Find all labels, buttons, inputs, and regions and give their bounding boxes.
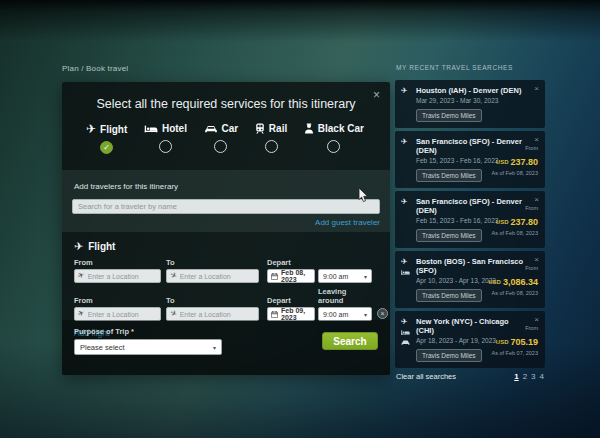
check-icon: ✓ [103, 143, 110, 152]
chauffeur-icon [304, 123, 314, 134]
recent-search-card[interactable]: ✈ × New York (NYC) - Chicago (CHI) Apr 1… [395, 311, 545, 368]
purpose-of-trip-select[interactable]: Please select ▾ [74, 339, 222, 355]
to-field-1[interactable]: ✈ [166, 269, 259, 283]
as-of-date: As of Feb 08, 2023 [488, 290, 538, 296]
search-dates: Mar 29, 2023 - Mar 30, 2023 [416, 97, 538, 104]
bed-icon [401, 269, 410, 276]
remove-search-icon[interactable]: × [533, 195, 540, 205]
landing-icon: ✈ [169, 271, 179, 281]
service-hotel-label: Hotel [162, 123, 187, 134]
service-flight-radio[interactable]: ✓ [100, 141, 113, 154]
price-block: From USD237.80 As of Feb 08, 2023 [492, 145, 538, 176]
currency: USD [496, 219, 509, 225]
currency: USD [496, 339, 509, 345]
to-field-2[interactable]: ✈ [166, 307, 259, 321]
loyalty-badge: Travis Demo Miles [416, 289, 482, 302]
service-flight-label: Flight [100, 124, 127, 135]
calendar-icon [271, 311, 278, 318]
chevron-down-icon: ▾ [364, 273, 367, 280]
landing-icon: ✈ [169, 309, 179, 319]
remove-search-icon[interactable]: × [533, 84, 540, 94]
service-hotel-radio[interactable] [159, 140, 172, 153]
purpose-band: Purpose of Trip * Please select ▾ Search [62, 320, 390, 375]
plane-icon: ✈ [86, 123, 96, 135]
page-4[interactable]: 4 [540, 372, 544, 381]
page-3[interactable]: 3 [531, 372, 535, 381]
breadcrumb: Plan / Book travel [62, 64, 128, 73]
service-black-car[interactable]: Black Car [304, 123, 364, 154]
service-rail[interactable]: Rail [255, 123, 287, 154]
service-rail-radio[interactable] [265, 140, 278, 153]
traveler-search-input[interactable] [72, 199, 380, 214]
remove-search-icon[interactable]: × [533, 255, 540, 265]
currency: USD [496, 159, 509, 165]
currency: USD [488, 279, 501, 285]
page-2[interactable]: 2 [523, 372, 527, 381]
flight-leg-1: ✈ ✈ Feb 08, 2023 9:00 am ▾ [62, 269, 390, 283]
depart-time-1-value: 9:00 am [323, 273, 348, 280]
price-amount: 237.80 [510, 217, 538, 227]
to-input-1[interactable] [180, 273, 255, 280]
to-label: To [166, 296, 259, 305]
depart-date-1-value: Feb 08, 2023 [281, 269, 311, 283]
price-block: From USD237.80 As of Feb 08, 2023 [492, 205, 538, 236]
service-hotel[interactable]: Hotel [144, 123, 187, 154]
service-flight[interactable]: ✈ Flight ✓ [86, 123, 127, 154]
service-black-car-label: Black Car [318, 123, 364, 134]
depart-date-1[interactable]: Feb 08, 2023 [267, 269, 315, 283]
price-amount: 237.80 [510, 157, 538, 167]
purpose-selected-value: Please select [80, 343, 125, 352]
from-input-2[interactable] [88, 311, 157, 318]
loyalty-badge: Travis Demo Miles [416, 229, 482, 242]
price-block: From USD705.19 As of Feb 07, 2023 [492, 325, 538, 356]
from-field-1[interactable]: ✈ [74, 269, 161, 283]
plane-icon: ✈ [401, 87, 408, 95]
service-car[interactable]: Car [204, 123, 239, 154]
to-label: To [166, 258, 259, 267]
close-icon[interactable]: × [371, 87, 382, 103]
to-input-2[interactable] [180, 311, 255, 318]
service-car-radio[interactable] [214, 140, 227, 153]
modal-title: Select all the required services for thi… [62, 97, 390, 111]
services-row: ✈ Flight ✓ Hotel Ca [62, 111, 390, 154]
plane-icon: ✈ [401, 318, 410, 326]
recent-search-card[interactable]: ✈ × Boston (BOS) - San Francisco (SFO) A… [395, 251, 545, 308]
search-button[interactable]: Search [322, 332, 378, 350]
leaving-around-label: Leaving around [318, 287, 372, 305]
remove-search-icon[interactable]: × [533, 135, 540, 145]
chevron-down-icon: ▾ [213, 344, 216, 351]
from-input-1[interactable] [88, 273, 157, 280]
calendar-icon [271, 273, 278, 280]
plane-icon: ✈ [401, 258, 410, 266]
loyalty-badge: Travis Demo Miles [416, 169, 482, 182]
price-amount: 3,086.34 [503, 277, 538, 287]
remove-leg-button[interactable]: × [377, 308, 388, 319]
recent-search-card[interactable]: ✈ × San Francisco (SFO) - Denver (DEN) F… [395, 191, 545, 248]
from-field-2[interactable]: ✈ [74, 307, 161, 321]
loyalty-badge: Travis Demo Miles [416, 109, 482, 122]
depart-date-2[interactable]: Feb 09, 2023 [267, 307, 315, 321]
clear-all-searches-link[interactable]: Clear all searches [396, 372, 456, 381]
as-of-date: As of Feb 08, 2023 [492, 170, 538, 176]
page-1[interactable]: 1 [514, 372, 518, 381]
plane-icon: ✈ [74, 240, 83, 252]
depart-time-2[interactable]: 9:00 am ▾ [318, 307, 372, 321]
service-car-label: Car [222, 123, 239, 134]
pagination: 1 2 3 4 [514, 372, 544, 381]
chevron-down-icon: ▾ [364, 311, 367, 318]
bed-icon [401, 329, 410, 336]
add-guest-traveler-link[interactable]: Add guest traveler [72, 218, 380, 227]
as-of-date: As of Feb 07, 2023 [492, 350, 538, 356]
takeoff-icon: ✈ [77, 309, 87, 319]
plane-icon: ✈ [401, 198, 408, 206]
remove-search-icon[interactable]: × [533, 315, 540, 325]
loyalty-badge: Travis Demo Miles [416, 349, 482, 362]
price-amount: 705.19 [510, 337, 538, 347]
service-black-car-radio[interactable] [327, 140, 340, 153]
recent-search-card[interactable]: ✈ × San Francisco (SFO) - Denver (DEN) F… [395, 131, 545, 188]
travelers-section: Add travelers for this itinerary Add gue… [62, 170, 390, 232]
depart-time-1[interactable]: 9:00 am ▾ [318, 269, 372, 283]
car-icon [401, 339, 410, 346]
recent-search-card[interactable]: ✈ × Houston (IAH) - Denver (DEN) Mar 29,… [395, 80, 545, 128]
depart-date-2-value: Feb 09, 2023 [281, 307, 311, 321]
